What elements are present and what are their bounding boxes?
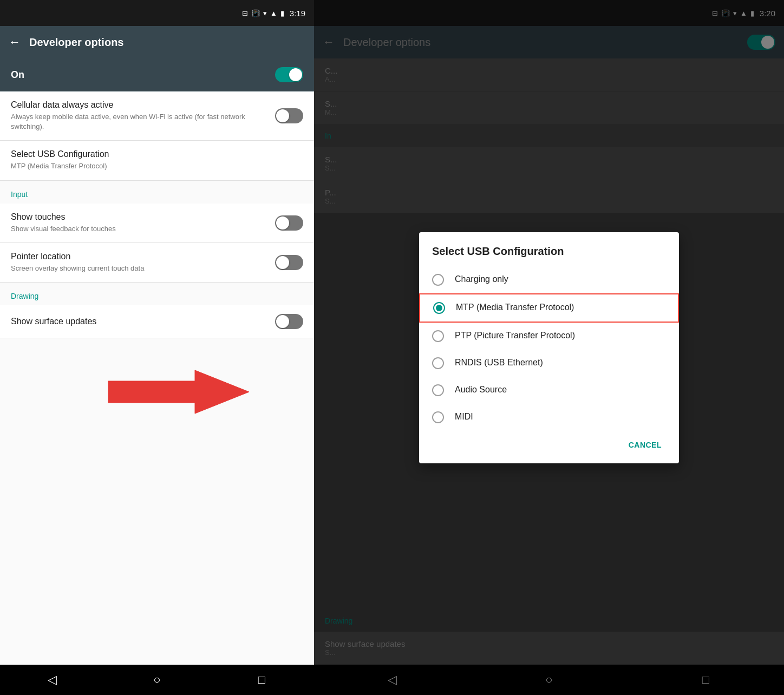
signal-icon: ▲	[270, 9, 277, 17]
radio-audio-source	[432, 384, 444, 396]
show-touches-knob	[276, 217, 289, 230]
nav-bar-left: ◁ ○ □	[0, 665, 314, 695]
option-charging-only[interactable]: Charging only	[419, 266, 679, 293]
cellular-data-item[interactable]: Cellular data always active Always keep …	[0, 91, 314, 141]
toolbar-left: ← Developer options	[0, 26, 314, 58]
pointer-location-title: Pointer location	[11, 252, 275, 261]
show-touches-content: Show touches Show visual feedback for to…	[11, 212, 275, 234]
cellular-data-title: Cellular data always active	[11, 100, 275, 110]
arrow-annotation	[97, 365, 249, 421]
pointer-toggle-knob	[276, 256, 289, 269]
dialog-title: Select USB Configuration	[419, 245, 679, 266]
usb-config-dialog: Select USB Configuration Charging only M…	[419, 232, 679, 463]
show-touches-toggle[interactable]	[275, 215, 303, 231]
option-label-charging-only: Charging only	[455, 274, 508, 285]
radio-midi	[432, 411, 444, 423]
cellular-toggle[interactable]	[275, 108, 303, 123]
option-label-mtp: MTP (Media Transfer Protocol)	[456, 302, 574, 313]
show-touches-title: Show touches	[11, 212, 275, 222]
option-mtp[interactable]: MTP (Media Transfer Protocol)	[419, 293, 679, 323]
surface-toggle-knob	[276, 315, 289, 328]
radio-rndis	[432, 357, 444, 369]
on-toggle[interactable]	[275, 67, 303, 82]
radio-ptp	[432, 330, 444, 342]
option-label-audio-source: Audio Source	[455, 384, 507, 396]
dialog-actions: CANCEL	[419, 431, 679, 459]
show-touches-item[interactable]: Show touches Show visual feedback for to…	[0, 204, 314, 243]
cancel-button[interactable]: CANCEL	[620, 435, 670, 455]
cast-icon: ⊟	[242, 9, 248, 17]
pointer-location-item[interactable]: Pointer location Screen overlay showing …	[0, 243, 314, 283]
recent-nav-left[interactable]: □	[251, 669, 272, 691]
option-label-midi: MIDI	[455, 411, 473, 423]
cellular-data-subtitle: Always keep mobile data active, even whe…	[11, 112, 275, 132]
usb-config-title: Select USB Configuration	[11, 149, 303, 159]
pointer-location-content: Pointer location Screen overlay showing …	[11, 252, 275, 273]
home-nav-left[interactable]: ○	[146, 669, 168, 691]
right-panel: ⊟ 📳 ▾ ▲ ▮ 3:20 ← Developer options C... …	[314, 0, 784, 695]
battery-icon: ▮	[280, 9, 284, 17]
radio-inner-mtp	[436, 305, 442, 311]
option-midi[interactable]: MIDI	[419, 404, 679, 431]
toggle-knob	[289, 68, 302, 81]
status-time-left: 3:19	[290, 9, 305, 18]
option-ptp[interactable]: PTP (Picture Transfer Protocol)	[419, 323, 679, 350]
input-section-header: Input	[0, 181, 314, 204]
surface-updates-item[interactable]: Show surface updates	[0, 305, 314, 338]
option-rndis[interactable]: RNDIS (USB Ethernet)	[419, 350, 679, 377]
drawing-section-header: Drawing	[0, 283, 314, 305]
drawing-header-text: Drawing	[11, 292, 38, 300]
status-bar-left: ⊟ 📳 ▾ ▲ ▮ 3:19	[0, 0, 314, 26]
pointer-location-subtitle: Screen overlay showing current touch dat…	[11, 264, 275, 273]
option-label-ptp: PTP (Picture Transfer Protocol)	[455, 330, 575, 342]
left-panel: ⊟ 📳 ▾ ▲ ▮ 3:19 ← Developer options On Ce…	[0, 0, 314, 695]
on-label: On	[11, 69, 24, 81]
vibrate-icon: 📳	[251, 9, 260, 17]
input-header-text: Input	[11, 190, 28, 199]
surface-updates-title: Show surface updates	[11, 317, 275, 326]
show-touches-subtitle: Show visual feedback for touches	[11, 224, 275, 234]
surface-toggle[interactable]	[275, 314, 303, 329]
back-button-left[interactable]: ←	[9, 35, 21, 49]
usb-config-subtitle: MTP (Media Transfer Protocol)	[11, 161, 303, 171]
toolbar-title-left: Developer options	[29, 36, 123, 49]
cellular-toggle-knob	[276, 109, 289, 122]
usb-config-item[interactable]: Select USB Configuration MTP (Media Tran…	[0, 141, 314, 180]
option-label-rndis: RNDIS (USB Ethernet)	[455, 357, 543, 369]
pointer-toggle[interactable]	[275, 255, 303, 270]
cellular-data-content: Cellular data always active Always keep …	[11, 100, 275, 132]
surface-updates-content: Show surface updates	[11, 317, 275, 326]
back-nav-left[interactable]: ◁	[42, 669, 63, 691]
on-row: On	[0, 58, 314, 91]
option-audio-source[interactable]: Audio Source	[419, 377, 679, 404]
radio-mtp	[433, 302, 445, 314]
radio-charging-only	[432, 274, 444, 286]
svg-marker-0	[108, 370, 249, 414]
dialog-overlay: Select USB Configuration Charging only M…	[314, 0, 784, 695]
settings-list-left: Cellular data always active Always keep …	[0, 91, 314, 665]
wifi-icon: ▾	[263, 9, 267, 17]
